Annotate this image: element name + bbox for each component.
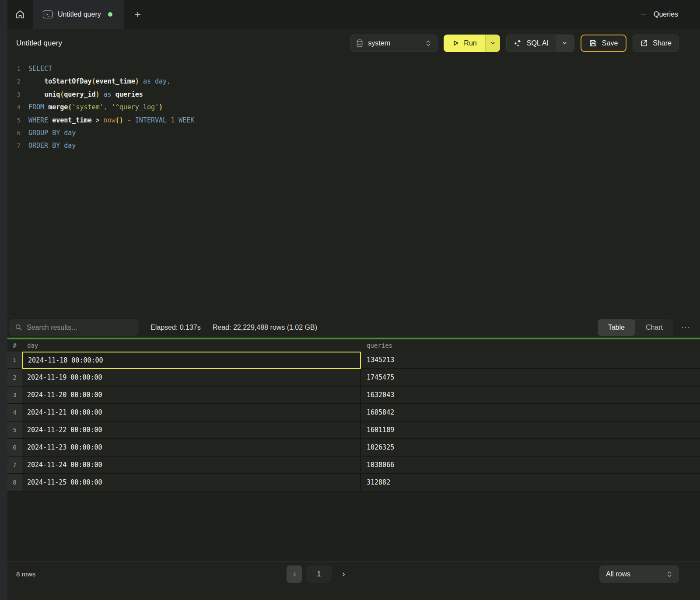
run-options-button[interactable]	[485, 35, 500, 52]
code-text: GROUP BY day	[28, 127, 76, 140]
cell-n[interactable]: 2	[7, 369, 22, 387]
results-more-icon[interactable]: ···	[681, 323, 690, 332]
next-page-button[interactable]	[336, 565, 351, 583]
table-row: 32024-11-20 00:00:001632043	[7, 387, 700, 404]
cell-n[interactable]: 7	[7, 457, 22, 474]
run-button-group: Run	[444, 35, 500, 52]
tab-table[interactable]: Table	[598, 319, 635, 336]
results-toolbar: Elapsed: 0.137s Read: 22,229,488 rows (1…	[7, 317, 700, 338]
plus-icon: +	[135, 8, 141, 21]
tab-chart[interactable]: Chart	[635, 319, 673, 336]
play-icon	[452, 39, 459, 47]
cell-queries[interactable]: 1601189	[361, 422, 700, 439]
sql-ai-button[interactable]: SQL AI	[507, 35, 556, 52]
cell-n[interactable]: 6	[7, 439, 22, 457]
share-button[interactable]: Share	[633, 35, 679, 52]
tab-untitled-query[interactable]: >_ Untitled query	[33, 0, 124, 29]
line-number: 5	[7, 114, 28, 127]
share-external-icon	[640, 39, 648, 47]
sql-editor[interactable]: 1SELECT2 toStartOfDay(event_time) as day…	[7, 57, 700, 317]
search-icon	[15, 324, 22, 331]
code-line: 7ORDER BY day	[7, 140, 700, 152]
updown-chevron-icon	[666, 571, 672, 578]
read-stat: Read: 22,229,488 rows (1.02 GB)	[213, 324, 317, 331]
code-line: 4FROM merge('system', '^query_log')	[7, 101, 700, 114]
cell-queries[interactable]: 1345213	[361, 352, 700, 369]
code-text: ORDER BY day	[28, 140, 76, 152]
pagination: 1	[287, 565, 351, 583]
cell-queries[interactable]: 1632043	[361, 387, 700, 404]
cell-queries[interactable]: 1038066	[361, 457, 700, 474]
sql-console-window: >_ Untitled query + ·· Queries Untitled …	[7, 0, 700, 600]
code-text: uniq(query_id) as queries	[28, 88, 143, 101]
current-page-button[interactable]: 1	[306, 565, 332, 583]
code-line: 6GROUP BY day	[7, 127, 700, 140]
code-text: toStartOfDay(event_time) as day,	[28, 75, 171, 88]
cell-day[interactable]: 2024-11-20 00:00:00	[22, 387, 361, 404]
line-number: 4	[7, 101, 28, 114]
code-line: 3 uniq(query_id) as queries	[7, 88, 700, 101]
table-row: 12024-11-18 00:00:001345213	[7, 352, 700, 369]
search-results-box[interactable]	[9, 319, 139, 336]
cell-queries[interactable]: 1745475	[361, 369, 700, 387]
home-button[interactable]	[7, 0, 33, 29]
page-size-value: All rows	[606, 570, 630, 578]
chevron-left-icon	[292, 572, 298, 577]
breadcrumb-more-icon[interactable]: ··	[641, 10, 647, 19]
cell-day[interactable]: 2024-11-19 00:00:00	[22, 369, 361, 387]
table-row: 22024-11-19 00:00:001745475	[7, 369, 700, 387]
share-button-label: Share	[653, 39, 672, 47]
cell-n[interactable]: 1	[7, 352, 22, 369]
line-number: 6	[7, 127, 28, 140]
chevron-down-icon	[562, 40, 567, 46]
results-empty-area	[7, 492, 700, 561]
cell-day[interactable]: 2024-11-21 00:00:00	[22, 404, 361, 422]
search-results-input[interactable]	[27, 324, 133, 331]
code-text: FROM merge('system', '^query_log')	[28, 101, 163, 114]
prev-page-button[interactable]	[287, 565, 302, 583]
results-table-body: 12024-11-18 00:00:00134521322024-11-19 0…	[7, 352, 700, 492]
cell-n[interactable]: 8	[7, 474, 22, 492]
save-button[interactable]: Save	[581, 35, 626, 52]
page-size-selector[interactable]: All rows	[599, 565, 679, 583]
view-toggle: Table Chart	[598, 319, 673, 336]
line-number: 3	[7, 88, 28, 101]
updown-chevron-icon	[425, 40, 431, 47]
results-table: # day queries 12024-11-18 00:00:00134521…	[7, 339, 700, 492]
cell-day[interactable]: 2024-11-25 00:00:00	[22, 474, 361, 492]
run-button-label: Run	[464, 39, 476, 47]
database-selector[interactable]: system	[350, 35, 438, 52]
code-line: 2 toStartOfDay(event_time) as day,	[7, 75, 700, 88]
tab-bar-right: ·· Queries	[641, 0, 700, 29]
column-header-day[interactable]: day	[22, 342, 361, 349]
cell-day[interactable]: 2024-11-23 00:00:00	[22, 439, 361, 457]
chevron-right-icon	[341, 572, 346, 577]
cell-n[interactable]: 5	[7, 422, 22, 439]
home-icon	[15, 9, 25, 20]
queries-breadcrumb[interactable]: Queries	[654, 10, 678, 18]
code-line: 1SELECT	[7, 63, 700, 75]
sql-tab-icon: >_	[43, 10, 52, 18]
table-row: 82024-11-25 00:00:00312882	[7, 474, 700, 492]
cell-day[interactable]: 2024-11-22 00:00:00	[22, 422, 361, 439]
code-line: 5WHERE event_time > now() - INTERVAL 1 W…	[7, 114, 700, 127]
sql-ai-button-label: SQL AI	[527, 39, 549, 47]
results-table-header: # day queries	[7, 339, 700, 352]
table-row: 62024-11-23 00:00:001026325	[7, 439, 700, 457]
cell-queries[interactable]: 1685842	[361, 404, 700, 422]
run-button[interactable]: Run	[444, 35, 485, 52]
database-icon	[356, 39, 363, 47]
cell-day[interactable]: 2024-11-24 00:00:00	[22, 457, 361, 474]
cell-day[interactable]: 2024-11-18 00:00:00	[22, 352, 361, 369]
left-gutter	[0, 0, 7, 600]
cell-queries[interactable]: 1026325	[361, 439, 700, 457]
column-header-queries[interactable]: queries	[361, 342, 700, 349]
sql-ai-options-button[interactable]	[556, 35, 574, 52]
cell-n[interactable]: 4	[7, 404, 22, 422]
chevron-down-icon	[490, 40, 496, 46]
cell-n[interactable]: 3	[7, 387, 22, 404]
column-header-index[interactable]: #	[7, 342, 22, 349]
new-tab-button[interactable]: +	[124, 0, 151, 29]
cell-queries[interactable]: 312882	[361, 474, 700, 492]
table-row: 52024-11-22 00:00:001601189	[7, 422, 700, 439]
